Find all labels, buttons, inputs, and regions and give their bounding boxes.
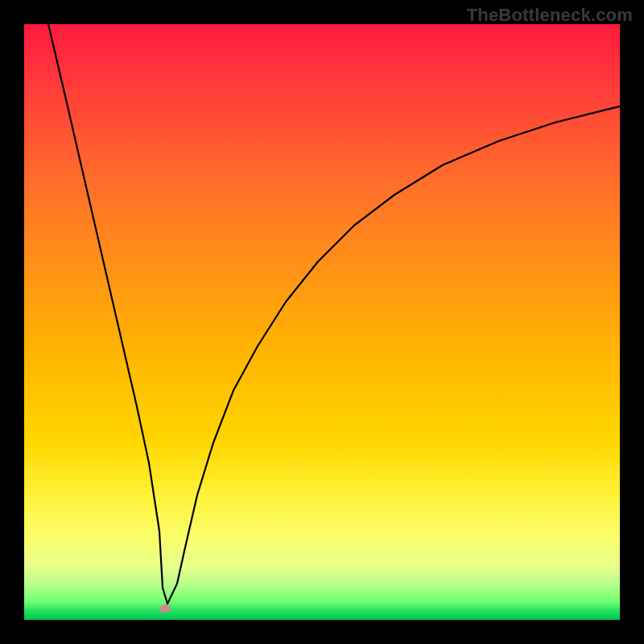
watermark-text: TheBottleneck.com — [467, 5, 633, 26]
min-point-marker — [159, 605, 171, 613]
chart-frame: TheBottleneck.com — [0, 0, 644, 644]
plot-area — [24, 24, 620, 620]
bottleneck-curve — [24, 24, 620, 620]
